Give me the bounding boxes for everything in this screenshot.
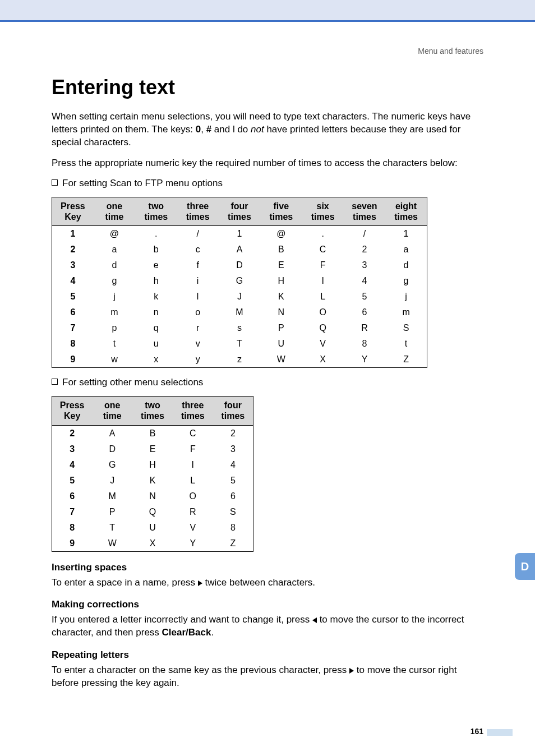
heading-spaces: Inserting spaces <box>52 562 483 573</box>
value-cell: g <box>385 273 427 289</box>
table-row: 1@./1@./1 <box>52 226 427 242</box>
p-spaces-a: To enter a space in a name, press <box>52 577 198 588</box>
value-cell: K <box>260 289 302 305</box>
bullet-icon <box>52 179 58 186</box>
value-cell: J <box>219 289 260 305</box>
value-cell: M <box>219 305 260 320</box>
value-cell: / <box>177 226 218 242</box>
value-cell: I <box>173 457 213 473</box>
value-cell: J <box>92 473 132 488</box>
value-cell: 5 <box>344 289 385 305</box>
value-cell: S <box>385 320 427 336</box>
value-cell: 3 <box>344 257 385 273</box>
value-cell: D <box>92 441 132 457</box>
table-row: 6MNO6 <box>52 488 253 504</box>
key-cell: 5 <box>52 289 94 305</box>
value-cell: I <box>302 273 343 289</box>
col-header: threetimes <box>177 197 218 225</box>
value-cell: a <box>385 242 427 257</box>
value-cell: x <box>135 352 177 368</box>
p-corr-bold: Clear/Back <box>162 627 211 638</box>
other-header-row: PressKeyonetimetwotimesthreetimesfourtim… <box>52 397 253 425</box>
value-cell: 4 <box>213 457 253 473</box>
p-spaces-b: twice between characters. <box>202 577 315 588</box>
value-cell: y <box>177 352 218 368</box>
table-row: 8tuvTUV8t <box>52 336 427 352</box>
key-cell: 6 <box>52 305 94 320</box>
intro-bold-0: 0 <box>196 124 201 135</box>
value-cell: E <box>132 441 173 457</box>
value-cell: Q <box>132 504 173 520</box>
key-cell: 5 <box>52 473 93 488</box>
table-row: 3defDEF3d <box>52 257 427 273</box>
table-row: 4ghiGHI4g <box>52 273 427 289</box>
value-cell: C <box>173 425 213 441</box>
value-cell: h <box>135 273 177 289</box>
value-cell: H <box>260 273 302 289</box>
col-header: twotimes <box>135 197 177 225</box>
value-cell: k <box>135 289 177 305</box>
value-cell: F <box>302 257 343 273</box>
value-cell: D <box>219 257 260 273</box>
value-cell: G <box>92 457 132 473</box>
value-cell: i <box>177 273 218 289</box>
ftp-header-row: PressKeyonetimetwotimesthreetimesfourtim… <box>52 197 427 225</box>
key-cell: 3 <box>52 257 94 273</box>
section-tab: D <box>515 553 535 580</box>
col-header: twotimes <box>132 397 173 425</box>
p-spaces: To enter a space in a name, press twice … <box>52 577 483 589</box>
value-cell: T <box>219 336 260 352</box>
right-arrow-icon <box>349 665 354 675</box>
bullet-other: For setting other menu selections <box>52 377 483 388</box>
key-cell: 9 <box>52 536 93 552</box>
value-cell: A <box>219 242 260 257</box>
p-corr-a: If you entered a letter incorrectly and … <box>52 614 312 625</box>
intro-not: not <box>251 124 264 135</box>
key-cell: 3 <box>52 441 93 457</box>
key-cell: 4 <box>52 457 93 473</box>
key-cell: 9 <box>52 352 94 368</box>
table-row: 6mnoMNO6m <box>52 305 427 320</box>
table-row: 9wxyzWXYZ <box>52 352 427 368</box>
value-cell: 1 <box>385 226 427 242</box>
value-cell: E <box>260 257 302 273</box>
p-corr-c: . <box>211 627 214 638</box>
value-cell: f <box>177 257 218 273</box>
table-row: 7PQRS <box>52 504 253 520</box>
value-cell: o <box>177 305 218 320</box>
value-cell: c <box>177 242 218 257</box>
key-cell: 7 <box>52 504 93 520</box>
value-cell: 8 <box>213 520 253 536</box>
value-cell: s <box>219 320 260 336</box>
value-cell: H <box>132 457 173 473</box>
value-cell: Z <box>385 352 427 368</box>
value-cell: Y <box>173 536 213 552</box>
value-cell: m <box>385 305 427 320</box>
value-cell: B <box>260 242 302 257</box>
value-cell: 4 <box>344 273 385 289</box>
intro-bold-hash: # <box>206 124 211 135</box>
value-cell: 6 <box>344 305 385 320</box>
value-cell: j <box>385 289 427 305</box>
col-header: onetime <box>92 397 132 425</box>
intro-1-c: do <box>235 124 251 135</box>
bullet-ftp: For setting Scan to FTP menu options <box>52 178 483 189</box>
value-cell: R <box>344 320 385 336</box>
value-cell: A <box>92 425 132 441</box>
value-cell: L <box>173 473 213 488</box>
value-cell: v <box>177 336 218 352</box>
value-cell: 1 <box>219 226 260 242</box>
value-cell: e <box>135 257 177 273</box>
value-cell: a <box>94 242 135 257</box>
value-cell: b <box>135 242 177 257</box>
table-row: 4GHI4 <box>52 457 253 473</box>
key-cell: 2 <box>52 425 93 441</box>
col-header: PressKey <box>52 197 94 225</box>
right-arrow-icon <box>198 577 202 588</box>
value-cell: P <box>92 504 132 520</box>
bullet-other-text: For setting other menu selections <box>62 377 203 388</box>
value-cell: N <box>260 305 302 320</box>
table-row: 2ABC2 <box>52 425 253 441</box>
value-cell: u <box>135 336 177 352</box>
page-number-bar <box>487 729 513 736</box>
